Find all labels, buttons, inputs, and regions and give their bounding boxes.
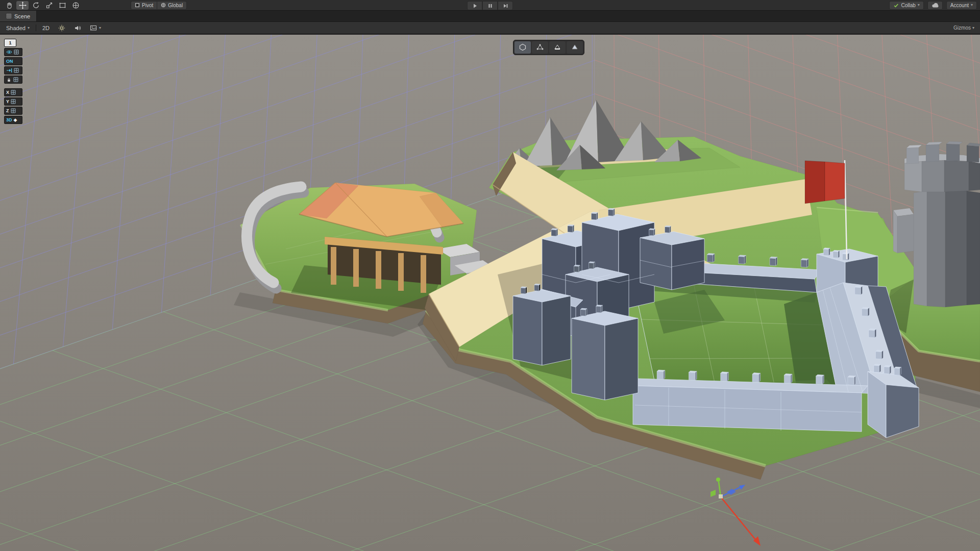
rotate-tool-button[interactable] — [30, 1, 42, 10]
global-toggle[interactable]: Global — [157, 1, 187, 10]
toolbar-gap — [4, 85, 22, 87]
progrids-axis-x[interactable]: X — [4, 88, 22, 96]
play-controls — [467, 1, 513, 10]
scene-tab-label: Scene — [14, 13, 30, 19]
push-to-grid-icon — [6, 68, 12, 73]
3d-grid-label: 3D — [6, 117, 12, 122]
collab-check-icon — [893, 3, 899, 8]
transform-tool-button[interactable] — [69, 1, 82, 10]
transform-tool-icon — [72, 2, 80, 9]
eye-icon — [6, 49, 12, 55]
account-dropdown[interactable]: Account ▾ — [946, 1, 977, 10]
gizmo-center-handle[interactable] — [719, 494, 723, 498]
edge-mode-button[interactable] — [549, 41, 566, 54]
grid-icon — [11, 108, 16, 113]
object-mode-icon — [519, 43, 527, 52]
diamond-icon: ◆ — [14, 118, 17, 122]
move-tool-button[interactable] — [16, 1, 29, 10]
grid-icon — [11, 90, 16, 95]
vertex-mode-icon — [536, 43, 544, 52]
pivot-global-toggles: Pivot Global — [131, 1, 187, 10]
lighting-toggle[interactable] — [56, 23, 68, 32]
progrids-lock-grid[interactable] — [4, 76, 22, 84]
pause-icon — [486, 2, 494, 10]
chevron-down-icon: ▾ — [971, 3, 973, 7]
shading-mode-dropdown[interactable]: Shaded ▾ — [4, 23, 32, 32]
grid-tab-icon — [6, 13, 12, 19]
2d-label: 2D — [42, 25, 50, 31]
step-button[interactable] — [498, 1, 513, 10]
move-tool-icon — [19, 2, 27, 9]
cloud-icon — [932, 2, 939, 8]
rect-tool-button[interactable] — [56, 1, 68, 10]
pivot-toggle[interactable]: Pivot — [131, 1, 157, 10]
toolbar-right: Collab ▾ Account ▾ — [889, 1, 977, 10]
shading-mode-label: Shaded — [6, 25, 26, 31]
tab-scene[interactable]: Scene — [0, 11, 37, 21]
progrids-show-grid[interactable] — [4, 48, 22, 56]
face-mode-icon — [571, 43, 579, 52]
global-label: Global — [168, 3, 183, 8]
scene-viewport[interactable]: 1 ON X Y — [0, 35, 980, 551]
probuilder-mode-toolbar — [513, 40, 584, 55]
speaker-icon — [74, 24, 81, 32]
effects-image-icon — [90, 24, 97, 31]
snap-value: 1 — [9, 40, 11, 45]
grid-icon — [14, 68, 19, 73]
snap-on-label: ON — [6, 59, 13, 64]
grid-icon — [11, 99, 16, 104]
scene-3d-view[interactable] — [0, 35, 980, 551]
rotate-tool-icon — [32, 2, 40, 9]
edge-mode-icon — [553, 43, 561, 52]
pivot-icon — [135, 3, 140, 8]
hand-tool-button[interactable] — [3, 1, 15, 10]
effects-dropdown[interactable]: ▾ — [87, 23, 104, 32]
toolbar-divider — [36, 24, 36, 31]
play-icon — [471, 2, 479, 10]
lock-icon — [6, 77, 12, 83]
play-button[interactable] — [467, 1, 482, 10]
global-icon — [161, 3, 166, 8]
grid-icon — [13, 77, 18, 82]
hand-tool-icon — [6, 2, 13, 9]
object-mode-button[interactable] — [514, 41, 531, 54]
chevron-down-icon: ▾ — [918, 3, 920, 7]
sun-icon — [58, 24, 65, 32]
chevron-down-icon: ▾ — [99, 26, 101, 30]
unity-editor-window: Pivot Global Collab ▾ — [0, 0, 980, 551]
step-icon — [502, 2, 509, 10]
face-mode-button[interactable] — [567, 41, 583, 54]
collab-dropdown[interactable]: Collab ▾ — [889, 1, 923, 10]
gizmos-dropdown[interactable]: Gizmos ▾ — [953, 25, 976, 31]
account-label: Account — [950, 3, 969, 8]
progrids-axis-z[interactable]: Z — [4, 107, 22, 115]
chevron-down-icon: ▾ — [972, 26, 974, 30]
scale-tool-button[interactable] — [43, 1, 55, 10]
progrids-toolbar: 1 ON X Y — [4, 39, 22, 124]
chevron-down-icon: ▾ — [28, 26, 30, 30]
progrids-push-to-grid[interactable] — [4, 66, 22, 74]
scale-tool-icon — [45, 2, 53, 9]
progrids-snap-toggle[interactable]: ON — [4, 57, 22, 65]
pause-button[interactable] — [482, 1, 498, 10]
rect-tool-icon — [59, 2, 66, 9]
pivot-label: Pivot — [142, 3, 153, 8]
axis-y-label: Y — [6, 99, 9, 104]
scene-view-toolbar: Shaded ▾ 2D ▾ Gizmos ▾ — [0, 22, 980, 34]
audio-toggle[interactable] — [71, 23, 84, 32]
axis-x-label: X — [6, 90, 9, 95]
progrids-full-grid[interactable]: 3D ◆ — [4, 116, 22, 124]
collab-label: Collab — [901, 3, 915, 8]
2d-toggle[interactable]: 2D — [40, 23, 52, 32]
main-toolbar: Pivot Global Collab ▾ — [0, 0, 980, 11]
cloud-button[interactable] — [927, 1, 943, 10]
axis-z-label: Z — [6, 108, 9, 113]
dock-tabbar: Scene — [0, 11, 980, 22]
transform-tools — [3, 1, 82, 10]
progrids-snap-size[interactable]: 1 — [4, 39, 16, 47]
grid-icon — [14, 49, 19, 55]
progrids-axis-y[interactable]: Y — [4, 97, 22, 106]
vertex-mode-button[interactable] — [532, 41, 548, 54]
gizmos-label: Gizmos — [953, 25, 971, 31]
